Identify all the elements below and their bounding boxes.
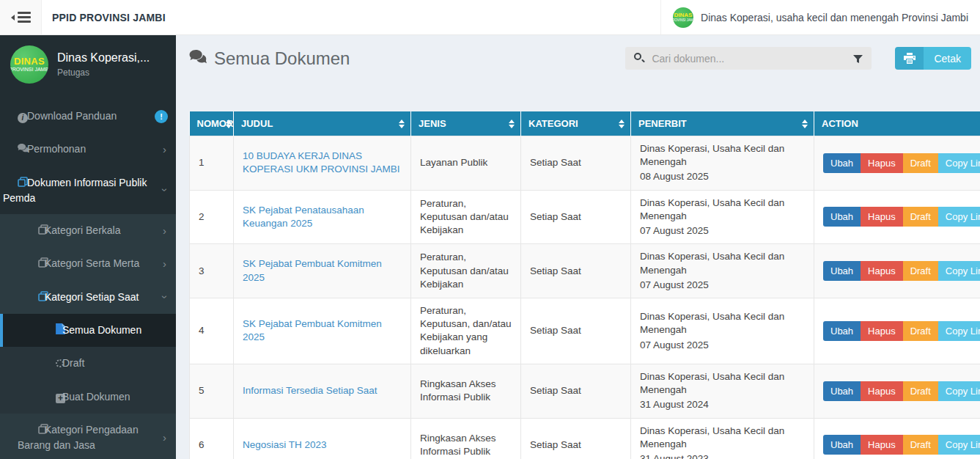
sort-icon[interactable] [509, 120, 515, 128]
printer-icon [895, 47, 924, 70]
cell-action: Ubah Hapus Draft Copy Link [814, 418, 980, 459]
copy-link-button[interactable]: Copy Link [938, 381, 980, 401]
cell-jenis: Peraturan, Keputusan dan/atau Kebijakan [411, 244, 521, 298]
filter-icon[interactable] [853, 54, 863, 67]
ubah-button[interactable]: Ubah [823, 381, 861, 401]
sidebar-item-semua-dokumen[interactable]: Semua Dokumen [0, 314, 176, 347]
search-icon [634, 53, 641, 60]
file-icon [45, 323, 57, 338]
copy-icon [28, 423, 40, 438]
copy-link-button[interactable]: Copy Link [938, 207, 980, 227]
penerbit-date: 07 August 2025 [640, 224, 805, 238]
org-logo-icon: DINASPROVINSI JAMBI [673, 7, 693, 28]
cell-penerbit: Dinas Koperasi, Usaha Kecil dan Menengah… [631, 244, 814, 298]
document-title-link[interactable]: SK Pejabat Penatausahaan Keuangan 2025 [243, 205, 364, 229]
cell-kategori: Setiap Saat [521, 244, 631, 298]
draft-button[interactable]: Draft [903, 153, 938, 173]
cell-kategori: Setiap Saat [521, 136, 631, 191]
cell-judul: Negosiasi TH 2023 [234, 418, 411, 459]
cell-judul: SK Pejabat Pembuat Komitmen 2025 [234, 298, 411, 364]
app-brand[interactable]: PPID PROVINSI JAMBI [42, 0, 166, 34]
ubah-button[interactable]: Ubah [823, 207, 861, 227]
copy-link-button[interactable]: Copy Link [938, 435, 980, 455]
cell-nomor: 5 [190, 364, 234, 418]
sort-icon[interactable] [226, 120, 232, 128]
action-button-group: Ubah Hapus Draft Copy Link [823, 261, 980, 281]
main-content: Semua Dokumen Cetak NOMOR JUDUL [176, 35, 980, 459]
chevron-right-icon: › [163, 143, 166, 156]
copy-icon [10, 176, 22, 191]
sidebar-item-permohonan[interactable]: Permohonan › [0, 133, 176, 166]
copy-link-button[interactable]: Copy Link [938, 153, 980, 173]
sort-icon[interactable] [619, 120, 625, 128]
hapus-button[interactable]: Hapus [861, 261, 903, 281]
print-button[interactable]: Cetak [895, 47, 971, 70]
penerbit-date: 08 August 2025 [640, 170, 805, 183]
penerbit-name: Dinas Koperasi, Usaha Kecil dan Menengah [640, 370, 805, 397]
hapus-button[interactable]: Hapus [861, 321, 903, 341]
cell-jenis: Layanan Publik [411, 136, 521, 191]
sidebar-item-kategori-serta-merta[interactable]: Kategori Serta Merta › [0, 247, 176, 280]
cell-penerbit: Dinas Koperasi, Usaha Kecil dan Menengah… [631, 364, 814, 418]
sidebar-item-dokumen-informasi-publik-pemda[interactable]: Dokumen Informasi Publik Pemda › [0, 166, 176, 215]
sidebar-item-kategori-berkala[interactable]: Kategori Berkala › [0, 214, 176, 247]
hapus-button[interactable]: Hapus [861, 153, 903, 173]
hapus-button[interactable]: Hapus [861, 381, 903, 401]
chevron-down-icon: › [158, 295, 172, 299]
sidebar: DINASPROVINSI JAMBI Dinas Koperasi,... P… [0, 35, 176, 459]
penerbit-name: Dinas Koperasi, Usaha Kecil dan Menengah [640, 142, 805, 169]
cell-judul: Informasi Tersedia Setiap Saat [234, 364, 411, 418]
column-header-nomor[interactable]: NOMOR [190, 111, 234, 136]
draft-button[interactable]: Draft [903, 381, 938, 401]
search-input[interactable] [652, 47, 835, 70]
column-header-kategori[interactable]: KATEGORI [521, 111, 631, 136]
comments-icon [189, 48, 207, 69]
cell-nomor: 2 [190, 190, 234, 244]
cell-kategori: Setiap Saat [521, 298, 631, 364]
hapus-button[interactable]: Hapus [861, 435, 903, 455]
table-row: 4 SK Pejabat Pembuat Komitmen 2025 Perat… [190, 298, 980, 364]
sidebar-item-download-panduan[interactable]: iDownload Panduan ! [0, 100, 176, 133]
document-title-link[interactable]: SK Pejabat Pembuat Komitmen 2025 [243, 258, 382, 282]
chevron-down-icon: › [158, 188, 172, 192]
chevron-right-icon: › [163, 224, 166, 238]
ubah-button[interactable]: Ubah [823, 435, 861, 455]
document-title-link[interactable]: SK Pejabat Pembuat Komitmen 2025 [243, 318, 382, 342]
sort-icon[interactable] [802, 120, 808, 128]
cell-jenis: Peraturan, Keputusan, dan/atau Kebijakan… [411, 298, 521, 364]
hapus-button[interactable]: Hapus [861, 207, 903, 227]
sidebar-item-kategori-setiap-saat[interactable]: Kategori Setiap Saat › [0, 281, 176, 314]
action-button-group: Ubah Hapus Draft Copy Link [823, 381, 980, 401]
document-title-link[interactable]: Informasi Tersedia Setiap Saat [243, 385, 377, 396]
ubah-button[interactable]: Ubah [823, 153, 861, 173]
sidebar-item-kategori-pengadaan-barang-jasa[interactable]: Kategori Pengadaan Barang dan Jasa › [0, 414, 176, 459]
cell-kategori: Setiap Saat [521, 190, 631, 244]
copy-link-button[interactable]: Copy Link [938, 321, 980, 341]
sidebar-toggle-button[interactable] [0, 0, 42, 34]
draft-button[interactable]: Draft [903, 207, 938, 227]
draft-button[interactable]: Draft [903, 321, 938, 341]
ubah-button[interactable]: Ubah [823, 261, 861, 281]
document-title-link[interactable]: Negosiasi TH 2023 [243, 439, 327, 450]
sidebar-item-draft[interactable]: Draft [0, 347, 176, 380]
cell-nomor: 6 [190, 418, 234, 459]
table-row: 2 SK Pejabat Penatausahaan Keuangan 2025… [190, 190, 980, 244]
cell-judul: 10 BUDAYA KERJA DINAS KOPERASI UKM PROVI… [234, 136, 411, 191]
submenu-setiap-saat: Semua Dokumen Draft +Buat Dokumen [0, 314, 176, 414]
column-header-jenis[interactable]: JENIS [411, 111, 521, 136]
copy-link-button[interactable]: Copy Link [938, 261, 980, 281]
sort-icon[interactable] [399, 120, 405, 128]
draft-button[interactable]: Draft [903, 261, 938, 281]
ubah-button[interactable]: Ubah [823, 321, 861, 341]
sidebar-item-buat-dokumen[interactable]: +Buat Dokumen [0, 381, 176, 414]
cell-judul: SK Pejabat Penatausahaan Keuangan 2025 [234, 190, 411, 244]
cell-action: Ubah Hapus Draft Copy Link [814, 190, 980, 244]
cell-action: Ubah Hapus Draft Copy Link [814, 298, 980, 364]
org-account-area[interactable]: DINASPROVINSI JAMBI Dinas Koperasi, usah… [660, 0, 980, 34]
column-header-penerbit[interactable]: PENERBIT [631, 111, 814, 136]
document-title-link[interactable]: 10 BUDAYA KERJA DINAS KOPERASI UKM PROVI… [243, 150, 400, 175]
cell-penerbit: Dinas Koperasi, Usaha Kecil dan Menengah… [631, 418, 814, 459]
draft-button[interactable]: Draft [903, 435, 938, 455]
column-header-judul[interactable]: JUDUL [234, 111, 411, 136]
comments-icon [10, 142, 22, 157]
